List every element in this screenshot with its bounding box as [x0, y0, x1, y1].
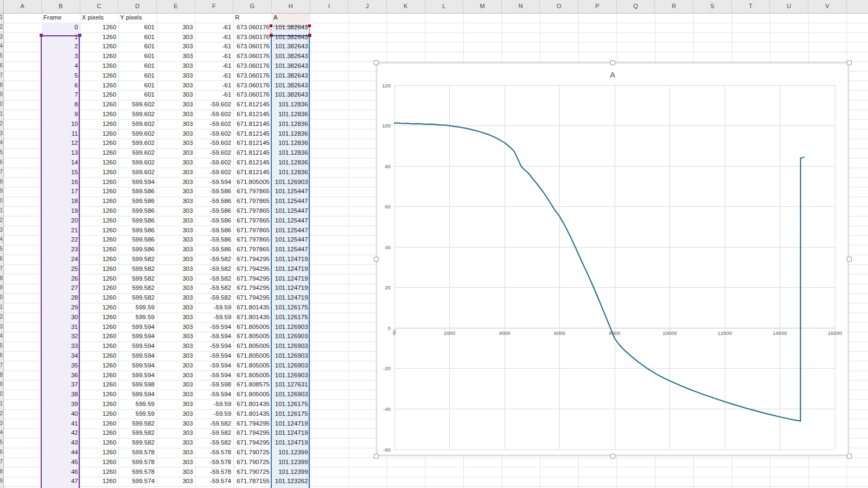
cell[interactable]: -59.594: [195, 371, 234, 381]
cell[interactable]: 101.127631: [272, 380, 310, 390]
cell[interactable]: 599.602: [118, 110, 157, 119]
cell[interactable]: 303: [157, 274, 195, 284]
column-header-O[interactable]: O: [540, 0, 579, 12]
cell[interactable]: 101.12836: [272, 129, 310, 139]
column-header-B[interactable]: B: [42, 0, 80, 12]
cell[interactable]: 1260: [80, 448, 119, 458]
chart-plot-area[interactable]: -60-40-200204060801001200200040006000800…: [376, 63, 848, 455]
cell[interactable]: 601: [118, 61, 157, 71]
cell[interactable]: 599.578: [118, 467, 157, 477]
row-header-36[interactable]: 36: [0, 352, 3, 358]
chart-resize-handle[interactable]: [610, 454, 615, 459]
cell[interactable]: 101.126175: [272, 303, 310, 313]
cell[interactable]: 303: [157, 293, 195, 303]
cell[interactable]: 303: [157, 448, 195, 458]
cell[interactable]: 303: [157, 129, 195, 139]
chart-resize-handle[interactable]: [610, 60, 615, 65]
cell[interactable]: 599.582: [118, 428, 157, 438]
cell[interactable]: 101.382643: [272, 33, 310, 42]
row-header-41[interactable]: 41: [0, 401, 3, 407]
cell[interactable]: 671.797865: [233, 245, 272, 255]
cell[interactable]: 303: [157, 458, 195, 467]
cell[interactable]: 671.801435: [233, 409, 272, 419]
row-header-16[interactable]: 16: [0, 159, 3, 165]
cell[interactable]: 303: [157, 33, 195, 42]
cell[interactable]: 1260: [80, 332, 119, 341]
cell[interactable]: 1260: [80, 341, 119, 351]
cell[interactable]: 1260: [80, 33, 119, 42]
cell[interactable]: 671.808575: [233, 380, 272, 390]
cell[interactable]: 101.125447: [272, 245, 310, 255]
cell[interactable]: 1260: [80, 245, 119, 255]
cell[interactable]: 1260: [80, 293, 119, 303]
cell[interactable]: 673.060176: [233, 23, 272, 33]
row-header-19[interactable]: 19: [0, 188, 3, 194]
cell[interactable]: 303: [157, 255, 195, 264]
cell[interactable]: 101.124719: [272, 255, 310, 264]
cell[interactable]: 671.797865: [233, 226, 272, 236]
cell[interactable]: R: [233, 13, 272, 23]
cell[interactable]: 303: [157, 148, 195, 158]
cell[interactable]: 101.124719: [272, 438, 310, 448]
cell[interactable]: 29: [42, 303, 80, 313]
cell[interactable]: 599.602: [118, 148, 157, 158]
cell[interactable]: 599.582: [118, 264, 157, 274]
row-header-21[interactable]: 21: [0, 207, 3, 213]
cell[interactable]: 26: [42, 274, 80, 284]
cell[interactable]: 1260: [80, 61, 119, 71]
cell[interactable]: 599.594: [118, 341, 157, 351]
chart-resize-handle[interactable]: [374, 454, 379, 459]
cell[interactable]: 1260: [80, 409, 119, 419]
cell[interactable]: -59.602: [195, 158, 234, 168]
cell[interactable]: -59.586: [195, 187, 234, 197]
cell[interactable]: 101.382643: [272, 23, 310, 33]
cell[interactable]: 1260: [80, 264, 119, 274]
cell[interactable]: 671.812145: [233, 138, 272, 148]
cell[interactable]: -59.594: [195, 351, 234, 361]
cell[interactable]: 601: [118, 52, 157, 61]
cell[interactable]: -59.594: [195, 178, 234, 187]
cell[interactable]: 47: [42, 477, 80, 486]
cell[interactable]: 101.12399: [272, 467, 310, 477]
cell[interactable]: 671.797865: [233, 197, 272, 206]
cell[interactable]: 1260: [80, 71, 119, 81]
cell[interactable]: 599.594: [118, 390, 157, 400]
cell[interactable]: -59.586: [195, 197, 234, 206]
cell[interactable]: 671.801435: [233, 400, 272, 409]
cell[interactable]: 671.794295: [233, 438, 272, 448]
cell[interactable]: 303: [157, 90, 195, 100]
cell[interactable]: 1260: [80, 361, 119, 371]
cell[interactable]: 599.59: [118, 409, 157, 419]
cell[interactable]: 599.598: [118, 380, 157, 390]
cell[interactable]: -59.586: [195, 216, 234, 226]
cell[interactable]: 671.790725: [233, 467, 272, 477]
cell[interactable]: 101.126175: [272, 409, 310, 419]
cell[interactable]: 101.125447: [272, 197, 310, 206]
cell[interactable]: 13: [42, 148, 80, 158]
cell[interactable]: 303: [157, 371, 195, 381]
row-header-17[interactable]: 17: [0, 169, 3, 175]
cell[interactable]: 1260: [80, 400, 119, 409]
column-header-I[interactable]: I: [310, 0, 349, 12]
cell[interactable]: -59.602: [195, 168, 234, 178]
cell[interactable]: -59.582: [195, 293, 234, 303]
cell[interactable]: 303: [157, 235, 195, 245]
row-header-31[interactable]: 31: [0, 304, 3, 310]
cell[interactable]: 671.790725: [233, 458, 272, 467]
cell[interactable]: 671.805005: [233, 371, 272, 381]
row-header-30[interactable]: 30: [0, 294, 3, 300]
cell[interactable]: 671.797865: [233, 187, 272, 197]
cell[interactable]: -59.582: [195, 264, 234, 274]
cell[interactable]: 1260: [80, 371, 119, 381]
row-header-11[interactable]: 11: [0, 111, 3, 117]
cell[interactable]: 25: [42, 264, 80, 274]
cell[interactable]: 303: [157, 138, 195, 148]
cell[interactable]: 101.124719: [272, 419, 310, 429]
cell[interactable]: 673.060176: [233, 81, 272, 91]
row-header-40[interactable]: 40: [0, 391, 3, 397]
cell[interactable]: -59.59: [195, 409, 234, 419]
cell[interactable]: 599.586: [118, 206, 157, 216]
cell[interactable]: 599.578: [118, 448, 157, 458]
cell[interactable]: 35: [42, 361, 80, 371]
cell[interactable]: -61: [195, 90, 234, 100]
